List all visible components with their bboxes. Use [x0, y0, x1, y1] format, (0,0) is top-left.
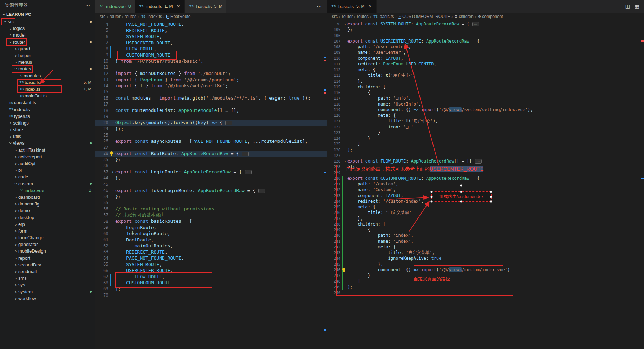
code-line-113[interactable]: 113 title: t('用户中心') — [327, 72, 644, 78]
code-line-14[interactable]: 14import { t } from '/@/hooks/web/useI18… — [95, 83, 327, 89]
code-line-46[interactable]: 46›export const TokenLoginRoute: AppRout… — [95, 188, 327, 194]
code-line-238[interactable]: 238 children: [ — [327, 221, 644, 227]
code-line-228[interactable]: 228}]; — [327, 164, 644, 170]
code-line-58[interactable]: 58export const basicRoutes = [ — [95, 218, 327, 224]
explorer-item-auditOpt[interactable]: ›auditOpt — [0, 160, 95, 167]
tab-basic.ts[interactable]: TSbasic.ts5, M — [185, 0, 226, 13]
code-line-28[interactable]: 28›export const RootRoute: AppRouteRecor… — [95, 151, 327, 157]
code-line-122[interactable]: 122 icon: '□ ' — [327, 124, 644, 130]
selection-handle[interactable] — [490, 200, 492, 203]
lightbulb-icon[interactable] — [110, 151, 113, 156]
tab-index.ts[interactable]: TSindex.ts1, M× — [135, 0, 185, 13]
explorer-item-logics[interactable]: ›logics — [0, 25, 95, 32]
code-line-106[interactable]: 106 — [327, 33, 644, 38]
code-line-19[interactable]: 19 — [95, 114, 327, 120]
explorer-item-router[interactable]: ›router — [0, 39, 95, 45]
more-actions-icon[interactable]: ⋯ — [317, 3, 322, 9]
folded-code-ellipsis[interactable]: ⋯ — [242, 152, 249, 156]
code-line-76[interactable]: 76›export const SYSTEM_ROUTE: AppRouteRe… — [327, 21, 644, 27]
code-line-7[interactable]: 7 USERCENTER_ROUTE, — [95, 40, 327, 46]
explorer-item-form[interactable]: ›form — [0, 228, 95, 234]
explorer-item-system[interactable]: ›system — [0, 288, 95, 295]
code-line-17[interactable]: 17 — [95, 101, 327, 108]
folded-code-ellipsis[interactable]: ⋯ — [245, 170, 252, 174]
code-line-15[interactable]: 15 — [95, 89, 327, 95]
code-line-245[interactable]: 245 }, — [327, 261, 644, 267]
breadcrumb-item-src[interactable]: src — [100, 14, 105, 19]
code-line-60[interactable]: 60 TokenLoginRoute, — [95, 230, 327, 237]
code-line-128[interactable]: 128›export const FLOW_ROUTE: AppRouteRec… — [327, 158, 644, 164]
code-line-13[interactable]: 13import { PageEnum } from '/@/enums/pag… — [95, 77, 327, 83]
customize-layout-icon[interactable]: ▦ — [635, 3, 639, 9]
code-line-229[interactable]: 229 — [327, 170, 644, 176]
code-line-61[interactable]: 61 RootRoute, — [95, 237, 327, 243]
code-line-243[interactable]: 243 title: '自定义菜单', — [327, 250, 644, 255]
code-line-239[interactable]: 239 { — [327, 227, 644, 233]
code-line-12[interactable]: 12import { mainOutRoutes } from './mainO… — [95, 70, 327, 77]
tab-close-icon[interactable]: × — [367, 4, 373, 9]
code-line-116[interactable]: 116 { — [327, 90, 644, 95]
code-line-115[interactable]: 115 children: [ — [327, 84, 644, 90]
code-line-55[interactable]: 55 — [95, 200, 327, 206]
explorer-item-generator[interactable]: ›generator — [0, 241, 95, 248]
explorer-item-custom[interactable]: ›custom — [0, 180, 95, 187]
code-line-64[interactable]: 64 PAGE_NOT_FOUND_ROUTE, — [95, 255, 327, 261]
explorer-item-store[interactable]: ›store — [0, 126, 95, 133]
code-line-65[interactable]: 65 SYSTEM_ROUTE, — [95, 261, 327, 268]
code-line-63[interactable]: 63 REDIRECT_ROUTE, — [95, 249, 327, 255]
code-line-107[interactable]: 107export const USERCENTER_ROUTE: AppRou… — [327, 38, 644, 44]
explorer-item-erp[interactable]: ›erp — [0, 221, 95, 228]
explorer-item-sys[interactable]: ›sys — [0, 281, 95, 288]
code-line-125[interactable]: 125 ] — [327, 141, 644, 147]
code-line-111[interactable]: 111 redirect: PageEnum.USER_CENTER, — [327, 61, 644, 67]
breadcrumb-item-src[interactable]: src — [332, 14, 338, 19]
explorer-item-sendmail[interactable]: ›sendmail — [0, 268, 95, 275]
breadcrumb-item-routes[interactable]: routes — [357, 14, 369, 19]
explorer-item-model[interactable]: ›model — [0, 32, 95, 38]
explorer-item-routes[interactable]: ›routes — [0, 65, 95, 72]
code-line-68[interactable]: 68 CUSTOMFORM_ROUTE — [95, 280, 327, 286]
selection-handle[interactable] — [430, 200, 433, 203]
code-line-119[interactable]: 119 component: () => import('/@/views/sy… — [327, 107, 644, 113]
explorer-item-guard[interactable]: ›guard — [0, 45, 95, 52]
code-line-109[interactable]: 109 name: 'UserCenter', — [327, 50, 644, 55]
folded-code-ellipsis[interactable]: ⋯ — [472, 22, 479, 26]
code-line-54[interactable]: 54}; — [95, 193, 327, 200]
breadcrumb-item-CUSTOMFORM_ROUTE[interactable]: ≡CUSTOMFORM_ROUTE — [398, 14, 450, 19]
code-line-35[interactable]: 35}; — [95, 157, 327, 163]
code-line-4[interactable]: 4 PAGE_NOT_FOUND_ROUTE, — [95, 21, 327, 27]
code-line-66[interactable]: 66 USERCENTER_ROUTE, — [95, 267, 327, 274]
code-line-26[interactable]: 26export const asyncRoutes = [PAGE_NOT_F… — [95, 138, 327, 145]
explorer-item-actHiTaskinst[interactable]: ›actHiTaskinst — [0, 147, 95, 153]
explorer-item-formChange[interactable]: ›formChange — [0, 234, 95, 241]
explorer-item-activereport[interactable]: ›activereport — [0, 153, 95, 160]
code-line-123[interactable]: 123 } — [327, 130, 644, 135]
breadcrumb-item-children[interactable]: ⚙children — [454, 14, 474, 19]
more-actions-icon[interactable]: ⋯ — [85, 3, 90, 8]
code-line-36[interactable]: 36 — [95, 163, 327, 169]
breadcrumb-item-basic.ts[interactable]: TSbasic.ts — [373, 14, 394, 19]
explorer-item-dashboard[interactable]: ›dashboard — [0, 194, 95, 201]
explorer-item-utils[interactable]: ›utils — [0, 133, 95, 140]
code-line-24[interactable]: 24}); — [95, 126, 327, 132]
code-line-230[interactable]: 230export const CUSTOMFORM_ROUTE: AppRou… — [327, 176, 644, 181]
tab-basic.ts[interactable]: TSbasic.ts5, M× — [327, 0, 377, 13]
explorer-item-modules[interactable]: ›modules — [0, 72, 95, 79]
code-line-8[interactable]: 8 FLOW_ROUTE, — [95, 46, 327, 52]
code-line-67[interactable]: 67 ...FLOW_ROUTE, — [95, 274, 327, 280]
explorer-item-helper[interactable]: ›helper — [0, 52, 95, 59]
explorer-item-dataconfig[interactable]: ›dataconfig — [0, 201, 95, 207]
annotation-note-route-compose[interactable]: 组成路由/custom/index — [431, 191, 492, 202]
folded-code-ellipsis[interactable]: ⋯ — [225, 121, 232, 125]
code-line-56[interactable]: 56// Basic routing without permissions — [95, 206, 327, 212]
rotation-handle[interactable] — [460, 184, 462, 187]
selection-handle[interactable] — [430, 191, 433, 193]
code-line-249[interactable]: 249}; — [327, 284, 644, 290]
breadcrumb-item-component[interactable]: ⚙component — [477, 14, 503, 19]
tab-index.vue[interactable]: Vindex.vueU — [95, 0, 135, 13]
code-line-124[interactable]: 124 } — [327, 135, 644, 141]
workspace-root[interactable]: › LEARUN PC — [0, 11, 95, 18]
fold-collapsed-icon[interactable]: › — [343, 22, 347, 26]
code-line-11[interactable]: 11 — [95, 64, 327, 71]
code-line-235[interactable]: 235 meta: { — [327, 204, 644, 210]
